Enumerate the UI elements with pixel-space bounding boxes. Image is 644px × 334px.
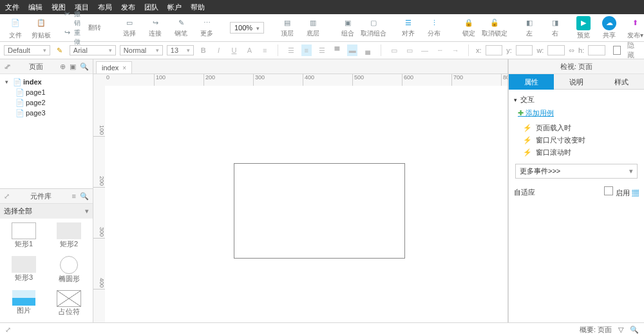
more-tools[interactable]: ⋯更多 [195,17,218,39]
canvas-viewport[interactable]: 0100200300400500600700800 100200300400 [93,74,507,322]
line-width-icon[interactable]: — [420,44,430,56]
collapse-icon[interactable]: ⤢ [4,192,10,201]
publish-button[interactable]: ⬆发布▾ [623,15,644,41]
send-bottom-button[interactable]: ▥底层 [301,17,325,39]
lock-button[interactable]: 🔒锁定 [457,17,480,39]
search-icon[interactable]: 🔍 [80,63,89,71]
search-icon[interactable]: 🔍 [630,326,639,334]
w-input[interactable] [547,45,565,55]
shape-ellipse[interactable]: 椭圆形 [49,256,89,286]
filter-icon[interactable]: ▽ [618,326,623,334]
link-tool[interactable]: ↪连接 [144,17,167,39]
tree-page3[interactable]: 📄page3 [0,108,93,118]
library-select-all[interactable]: 选择全部 [0,204,93,219]
shape-rect1[interactable]: 矩形1 [4,222,44,251]
shape-rect3[interactable]: 矩形3 [4,256,44,286]
tree-page1[interactable]: 📄page1 [0,87,93,97]
more-events-select[interactable]: 更多事件>>> [515,164,638,179]
link-wh-icon[interactable]: ⇔ [569,46,574,55]
border-color-icon[interactable]: ▭ [404,44,415,56]
x-input[interactable] [486,45,503,55]
tree-root-index[interactable]: ▾📄index [0,77,93,87]
undo-label[interactable]: 撤销 [74,10,80,28]
h-input[interactable] [588,45,605,55]
select-tool[interactable]: ▭选择 [118,17,141,39]
shape-rect2[interactable]: 矩形2 [49,222,89,251]
valign-bottom-icon[interactable]: ▄ [363,44,373,56]
arrow-icon[interactable]: → [450,44,460,56]
add-case-link[interactable]: ✚ 添加用例 [518,108,639,118]
valign-middle-icon[interactable]: ▬ [347,44,357,56]
align-right-icon[interactable]: ☰ [317,44,327,56]
menu-help[interactable]: 帮助 [191,3,205,12]
bring-top-button[interactable]: ▤顶层 [276,17,299,39]
fill-color-icon[interactable]: ▭ [389,44,399,56]
status-collapse-icon[interactable]: ⤢ [5,326,11,334]
preview-button[interactable]: ▶预览 [572,15,595,41]
text-color-icon[interactable]: A [244,44,254,56]
default-style-select[interactable]: Default [4,45,50,55]
group-button[interactable]: ▣组合 [336,17,359,39]
tree-page2[interactable]: 📄page2 [0,97,93,108]
tab-index[interactable]: index× [96,61,132,74]
font-size-select[interactable]: 13 [167,45,194,55]
redo-icon[interactable]: ↪ [64,28,70,46]
menu-publish[interactable]: 发布 [121,3,135,12]
restore-button[interactable]: 翻转 [83,22,106,34]
distribute-button[interactable]: ⋮分布 [422,17,446,39]
font-style-select[interactable]: Normal [120,45,163,55]
menu-edit[interactable]: 编辑 [28,3,43,12]
tab-notes[interactable]: 说明 [554,74,599,90]
paint-bucket-icon[interactable]: ✎ [55,44,65,56]
interactions-section[interactable]: ▾交互 [514,95,639,104]
canvas-rectangle-widget[interactable] [234,163,405,259]
bullets-icon[interactable]: ≡ [260,44,270,56]
hide-checkbox[interactable] [613,46,621,55]
align-button[interactable]: ☰对齐 [397,17,420,39]
unlock-button[interactable]: 🔓取消锁定 [483,17,506,39]
align-left-icon[interactable]: ☰ [286,44,296,56]
collapse-icon[interactable]: ⤢ [5,63,11,71]
event-window-scroll[interactable]: ⚡窗口滚动时 [523,148,639,157]
ungroup-button[interactable]: ▢取消组合 [362,17,385,39]
menu-team[interactable]: 团队 [144,3,158,12]
close-tab-icon[interactable]: × [122,64,126,72]
valign-top-icon[interactable]: ▀ [332,44,342,56]
italic-icon[interactable]: I [214,44,224,56]
tab-properties[interactable]: 属性 [509,74,554,90]
bolt-icon: ⚡ [523,148,532,157]
adaptive-settings-icon[interactable]: ▦ [632,189,639,197]
enable-checkbox[interactable] [604,186,613,195]
event-window-resize[interactable]: ⚡窗口尺寸改变时 [523,135,639,145]
underline-icon[interactable]: U [229,44,240,56]
add-folder-icon[interactable]: ▣ [70,63,76,71]
page-tree: ▾📄index 📄page1 📄page2 📄page3 [0,74,93,121]
cut-icon[interactable]: ✂ [64,10,70,28]
menu-view[interactable]: 视图 [52,3,66,12]
add-page-icon[interactable]: ⊕ [60,63,66,71]
redo-label[interactable]: 重做 [74,28,80,46]
outline-label[interactable]: 概要: 页面 [580,325,612,335]
shape-image[interactable]: 图片 [4,290,44,319]
menu-icon[interactable]: ≡ [72,192,76,201]
align-center-icon[interactable]: ≡ [301,44,312,56]
line-style-icon[interactable]: ┄ [435,44,445,56]
search-icon[interactable]: 🔍 [80,192,89,201]
dock-left-button[interactable]: ◧左 [518,17,541,39]
zoom-select[interactable]: 100% [230,22,264,34]
dock-right-button[interactable]: ◨右 [544,17,567,39]
canvas-stage[interactable] [105,86,507,322]
tab-style[interactable]: 样式 [599,74,644,90]
y-input[interactable] [516,45,533,55]
clipboard-button[interactable]: 📋剪贴板 [30,15,53,41]
file-new-button[interactable]: 📄文件 [4,15,27,41]
bold-icon[interactable]: B [198,44,209,56]
event-page-load[interactable]: ⚡页面载入时 [523,123,639,133]
pen-tool[interactable]: ✎钢笔 [169,17,193,39]
font-family-select[interactable]: Arial [70,45,116,55]
share-button[interactable]: ☁共享 [598,15,621,41]
shape-placeholder[interactable]: 占位符 [49,290,89,319]
menu-file[interactable]: 文件 [5,3,19,12]
menu-account[interactable]: 帐户 [167,3,182,12]
menu-layout[interactable]: 布局 [98,3,112,12]
